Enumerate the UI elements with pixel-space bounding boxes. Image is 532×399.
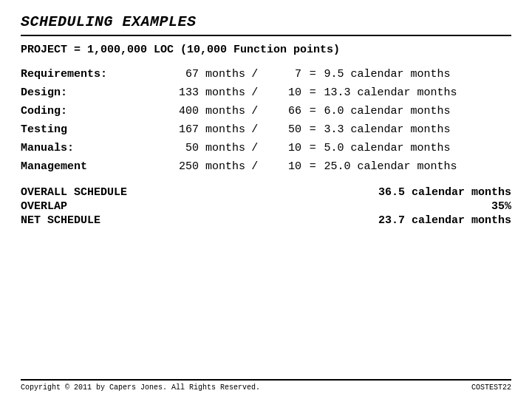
row-calendar: 9.5 calendar months [324, 65, 512, 83]
footer: Copyright © 2011 by Capers Jones. All Ri… [21, 383, 511, 392]
table-row: Requirements: 67 months / 7 = 9.5 calend… [21, 65, 511, 83]
table-row: Coding: 400 months / 66 = 6.0 calendar m… [21, 102, 511, 120]
row-divisor: 10 [264, 157, 301, 176]
overall-section: OVERALL SCHEDULE OVERLAP NET SCHEDULE 36… [21, 186, 511, 227]
row-months: 400 months [143, 102, 245, 120]
table-row: Manuals: 50 months / 10 = 5.0 calendar m… [21, 139, 511, 157]
row-equals: = [301, 83, 324, 102]
footer-code: COSTEST22 [471, 383, 511, 392]
row-divisor: 7 [264, 65, 301, 83]
row-calendar: 25.0 calendar months [324, 157, 512, 176]
project-line: PROJECT = 1,000,000 LOC (10,000 Function… [21, 44, 511, 56]
row-label: Testing [21, 120, 143, 139]
row-months: 250 months [143, 157, 245, 176]
row-slash: / [245, 102, 264, 120]
row-months: 133 months [143, 83, 245, 102]
row-label: Design: [21, 83, 143, 102]
row-slash: / [245, 120, 264, 139]
data-table: Requirements: 67 months / 7 = 9.5 calend… [21, 65, 511, 176]
table-row: Testing 167 months / 50 = 3.3 calendar m… [21, 120, 511, 139]
overall-values: 36.5 calendar months 35% 23.7 calendar m… [378, 186, 511, 227]
overall-value-1: 36.5 calendar months [378, 186, 511, 199]
table-row: Management 250 months / 10 = 25.0 calend… [21, 157, 511, 176]
row-label: Manuals: [21, 139, 143, 157]
row-divisor: 10 [264, 139, 301, 157]
row-calendar: 3.3 calendar months [324, 120, 512, 139]
table-row: Design: 133 months / 10 = 13.3 calendar … [21, 83, 511, 102]
row-equals: = [301, 102, 324, 120]
row-slash: / [245, 83, 264, 102]
row-months: 167 months [143, 120, 245, 139]
row-calendar: 13.3 calendar months [324, 83, 512, 102]
title-divider [21, 35, 511, 36]
footer-copyright: Copyright © 2011 by Capers Jones. All Ri… [21, 383, 260, 392]
overall-label-3: NET SCHEDULE [21, 214, 127, 227]
bottom-divider [21, 379, 511, 381]
row-divisor: 50 [264, 120, 301, 139]
row-slash: / [245, 139, 264, 157]
overall-labels: OVERALL SCHEDULE OVERLAP NET SCHEDULE [21, 186, 127, 227]
row-divisor: 10 [264, 83, 301, 102]
row-calendar: 6.0 calendar months [324, 102, 512, 120]
overall-value-3: 23.7 calendar months [378, 214, 511, 227]
overall-label-1: OVERALL SCHEDULE [21, 186, 127, 199]
row-equals: = [301, 65, 324, 83]
page-title: SCHEDULING EXAMPLES [21, 13, 511, 30]
row-months: 67 months [143, 65, 245, 83]
row-calendar: 5.0 calendar months [324, 139, 512, 157]
row-label: Requirements: [21, 65, 143, 83]
row-slash: / [245, 157, 264, 176]
row-label: Coding: [21, 102, 143, 120]
row-divisor: 66 [264, 102, 301, 120]
row-months: 50 months [143, 139, 245, 157]
row-slash: / [245, 65, 264, 83]
row-equals: = [301, 157, 324, 176]
overall-label-2: OVERLAP [21, 200, 127, 213]
row-equals: = [301, 120, 324, 139]
row-equals: = [301, 139, 324, 157]
overall-value-2: 35% [378, 200, 511, 213]
page: SCHEDULING EXAMPLES PROJECT = 1,000,000 … [0, 0, 532, 399]
row-label: Management [21, 157, 143, 176]
